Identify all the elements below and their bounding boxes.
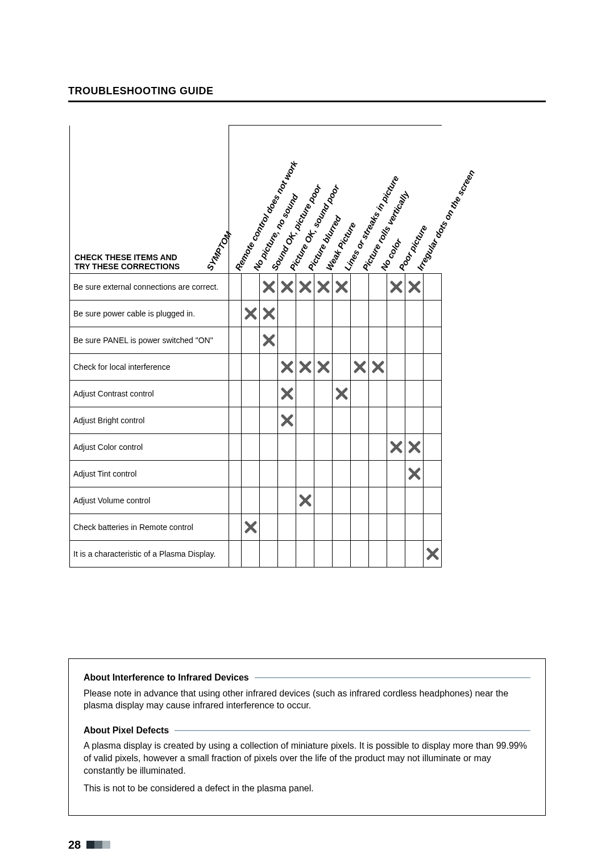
check-x-icon [389, 280, 403, 294]
matrix-cell [369, 407, 387, 434]
check-x-icon [371, 360, 385, 374]
matrix-cell [296, 327, 314, 354]
matrix-cell [351, 434, 369, 461]
matrix-cell [351, 381, 369, 407]
matrix-cell [369, 327, 387, 354]
correction-label: Be sure power cable is plugged in. [70, 301, 229, 327]
matrix-cell [242, 541, 260, 567]
correction-label: Be sure external connections are correct… [70, 274, 229, 301]
gap-cell [229, 487, 242, 514]
matrix-cell [405, 381, 424, 407]
matrix-cell [351, 354, 369, 381]
check-x-icon [280, 280, 294, 294]
check-x-icon [298, 360, 312, 374]
matrix-cell [278, 434, 296, 461]
matrix-cell [314, 354, 333, 381]
matrix-cell [314, 434, 333, 461]
check-x-icon [262, 280, 276, 294]
matrix-cell [278, 407, 296, 434]
matrix-cell [333, 461, 351, 487]
rule-icon [175, 730, 530, 731]
matrix-cell [351, 487, 369, 514]
matrix-cell [424, 327, 442, 354]
check-x-icon [298, 494, 312, 507]
matrix-cell [387, 274, 405, 301]
correction-label: Adjust Color control [70, 434, 229, 461]
matrix-cell [296, 301, 314, 327]
matrix-cell [369, 541, 387, 567]
matrix-cell [369, 354, 387, 381]
matrix-cell [387, 301, 405, 327]
matrix-cell [260, 407, 278, 434]
matrix-cell [351, 514, 369, 541]
check-x-icon [408, 467, 421, 481]
check-x-icon [317, 360, 330, 374]
matrix-cell [387, 487, 405, 514]
matrix-cell [424, 301, 442, 327]
matrix-cell [424, 274, 442, 301]
troubleshooting-table: CHECK THESE ITEMS ANDTRY THESE CORRECTIO… [69, 125, 467, 567]
matrix-cell [278, 461, 296, 487]
check-x-icon [335, 387, 349, 400]
matrix-cell [351, 541, 369, 567]
matrix-cell [260, 434, 278, 461]
matrix-cell [314, 461, 333, 487]
gap-cell [229, 381, 242, 407]
matrix-cell [424, 434, 442, 461]
matrix-cell [242, 274, 260, 301]
matrix-cell [424, 354, 442, 381]
matrix-cell [314, 487, 333, 514]
matrix-cell [405, 461, 424, 487]
matrix-cell [333, 274, 351, 301]
gap-cell [229, 407, 242, 434]
matrix-cell [278, 354, 296, 381]
matrix-cell [242, 381, 260, 407]
matrix-cell [333, 541, 351, 567]
correction-label: Check for local interference [70, 354, 229, 381]
page-title: TROUBLESHOOTING GUIDE [68, 85, 546, 97]
check-x-icon [353, 360, 367, 374]
matrix-cell [242, 407, 260, 434]
matrix-cell [387, 514, 405, 541]
matrix-cell [278, 274, 296, 301]
matrix-cell [351, 274, 369, 301]
matrix-cell [424, 487, 442, 514]
matrix-cell [242, 327, 260, 354]
matrix-cell [424, 514, 442, 541]
matrix-cell [405, 354, 424, 381]
matrix-cell [242, 301, 260, 327]
matrix-cell [424, 381, 442, 407]
gap-cell [229, 301, 242, 327]
matrix-cell [351, 327, 369, 354]
matrix-cell [260, 327, 278, 354]
footnote-p2: A plasma display is created by using a c… [84, 740, 530, 777]
matrix-cell [405, 301, 424, 327]
matrix-cell [296, 514, 314, 541]
matrix-cell [405, 487, 424, 514]
matrix-cell [424, 461, 442, 487]
check-x-icon [389, 440, 403, 454]
matrix-cell [242, 354, 260, 381]
page-number-bar: 28 [68, 838, 546, 852]
matrix-cell [405, 514, 424, 541]
matrix-cell [369, 381, 387, 407]
matrix-cell [260, 354, 278, 381]
matrix-cell [369, 274, 387, 301]
title-rule [68, 101, 546, 102]
correction-label: It is a characteristic of a Plasma Displ… [70, 541, 229, 567]
matrix-cell [278, 301, 296, 327]
check-x-icon [244, 520, 258, 534]
matrix-cell [351, 407, 369, 434]
check-x-icon [280, 360, 294, 374]
footnote-h1: About Interference to Infrared Devices [84, 671, 249, 684]
check-x-icon [262, 333, 276, 347]
matrix-cell [333, 301, 351, 327]
matrix-cell [387, 327, 405, 354]
matrix-cell [296, 381, 314, 407]
matrix-cell [242, 487, 260, 514]
matrix-cell [387, 407, 405, 434]
matrix-cell [314, 514, 333, 541]
symptom-header: SYMPTOMRemote control does not workNo pi… [229, 126, 442, 274]
matrix-cell [296, 354, 314, 381]
matrix-cell [296, 541, 314, 567]
